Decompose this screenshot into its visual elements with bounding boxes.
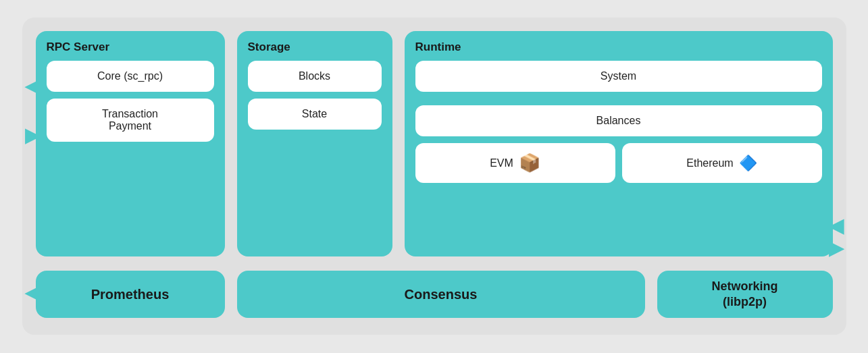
bottom-row: Prometheus Consensus Networking(libp2p) bbox=[36, 267, 833, 321]
balances-box: Balances bbox=[415, 105, 822, 136]
runtime-box: Runtime System Balances EVM 📦 Ethereum 🔷 bbox=[405, 31, 833, 256]
prometheus-box: Prometheus bbox=[36, 271, 225, 318]
runtime-bottom-items: EVM 📦 Ethereum 🔷 bbox=[415, 143, 822, 183]
evm-icon: 📦 bbox=[519, 153, 540, 173]
main-diagram: ◀ ▶ ◀ ◀ ▶ RPC Server Core (sc_rpc) Trans… bbox=[22, 18, 846, 335]
system-box: System bbox=[415, 61, 822, 92]
core-rpc-box: Core (sc_rpc) bbox=[47, 61, 214, 92]
core-rpc-label: Core (sc_rpc) bbox=[97, 70, 163, 82]
rpc-server-label: RPC Server bbox=[47, 40, 214, 54]
state-label: State bbox=[302, 108, 327, 119]
prometheus-label: Prometheus bbox=[91, 287, 170, 302]
evm-label: EVM bbox=[490, 157, 513, 169]
evm-box: EVM 📦 bbox=[415, 143, 615, 183]
runtime-label: Runtime bbox=[415, 40, 822, 54]
storage-label: Storage bbox=[248, 40, 382, 54]
networking-box: Networking(libp2p) bbox=[657, 271, 833, 318]
runtime-top-items: System Balances bbox=[415, 61, 822, 136]
networking-label: Networking(libp2p) bbox=[711, 279, 777, 310]
ethereum-label: Ethereum bbox=[686, 157, 733, 169]
rpc-server-box: RPC Server Core (sc_rpc) TransactionPaym… bbox=[36, 31, 225, 256]
blocks-box: Blocks bbox=[248, 61, 382, 92]
storage-box: Storage Blocks State bbox=[237, 31, 392, 256]
system-label: System bbox=[601, 70, 636, 82]
transaction-payment-box: TransactionPayment bbox=[47, 99, 214, 142]
state-box: State bbox=[248, 99, 382, 130]
ethereum-icon: 🔷 bbox=[739, 155, 757, 172]
consensus-label: Consensus bbox=[405, 287, 478, 302]
transaction-payment-label: TransactionPayment bbox=[102, 108, 158, 132]
consensus-box: Consensus bbox=[237, 271, 645, 318]
blocks-label: Blocks bbox=[299, 70, 330, 82]
top-row: RPC Server Core (sc_rpc) TransactionPaym… bbox=[36, 31, 833, 256]
ethereum-box: Ethereum 🔷 bbox=[622, 143, 822, 183]
balances-label: Balances bbox=[596, 115, 641, 126]
